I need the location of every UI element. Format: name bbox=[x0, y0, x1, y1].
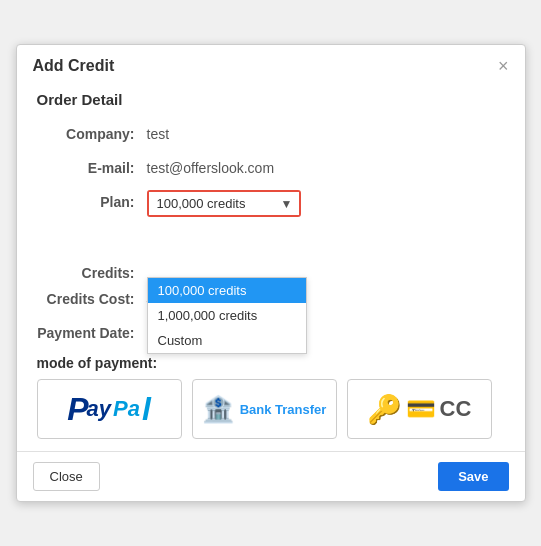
save-button[interactable]: Save bbox=[438, 462, 508, 491]
paypal-logo: P ay Pa l bbox=[67, 391, 151, 428]
section-title: Order Detail bbox=[37, 91, 505, 108]
modal-overlay: Add Credit × Order Detail Company: test … bbox=[0, 0, 541, 546]
plan-select[interactable]: 100,000 credits 1,000,000 credits Custom bbox=[149, 192, 299, 215]
paypal-l-icon: l bbox=[142, 391, 151, 428]
modal-header: Add Credit × bbox=[17, 45, 525, 83]
dropdown-option-1m[interactable]: 1,000,000 credits bbox=[148, 303, 306, 328]
plan-container: 100,000 credits 1,000,000 credits Custom… bbox=[147, 190, 301, 275]
email-value: test@offerslook.com bbox=[147, 156, 275, 176]
plan-dropdown-menu: 100,000 credits 1,000,000 credits Custom bbox=[147, 277, 307, 354]
dropdown-option-100k[interactable]: 100,000 credits bbox=[148, 278, 306, 303]
company-label: Company: bbox=[37, 122, 147, 142]
close-button[interactable]: Close bbox=[33, 462, 100, 491]
paypal-text: ay bbox=[87, 396, 111, 422]
bank-transfer-label: Bank Transfer bbox=[240, 402, 327, 417]
card-icon2: 💳 bbox=[406, 395, 436, 423]
bank-transfer-icon: 🏦 bbox=[202, 394, 234, 425]
payment-methods-container: P ay Pa l 🏦 Bank Transfer 🔑 bbox=[37, 379, 505, 439]
add-credit-modal: Add Credit × Order Detail Company: test … bbox=[16, 44, 526, 502]
paypal-payment-option[interactable]: P ay Pa l bbox=[37, 379, 182, 439]
email-label: E-mail: bbox=[37, 156, 147, 176]
credit-card-icon: 🔑 bbox=[367, 393, 402, 426]
paypal-pal-text: Pa bbox=[113, 396, 140, 422]
paypal-p-icon: P bbox=[67, 391, 88, 428]
company-value: test bbox=[147, 122, 170, 142]
modal-title: Add Credit bbox=[33, 57, 115, 75]
email-row: E-mail: test@offerslook.com bbox=[37, 156, 505, 176]
modal-footer: Close Save bbox=[17, 451, 525, 501]
mode-of-payment-label: mode of payment: bbox=[37, 355, 505, 371]
company-row: Company: test bbox=[37, 122, 505, 142]
plan-label: Plan: bbox=[37, 190, 147, 210]
payment-mode-section: mode of payment: P ay Pa l 🏦 bbox=[37, 355, 505, 439]
credits-label: Credits: bbox=[37, 261, 147, 281]
modal-close-button[interactable]: × bbox=[498, 57, 509, 75]
payment-date-label: Payment Date: bbox=[37, 321, 147, 341]
bank-transfer-payment-option[interactable]: 🏦 Bank Transfer bbox=[192, 379, 337, 439]
dropdown-option-custom[interactable]: Custom bbox=[148, 328, 306, 353]
credits-cost-label: Credits Cost: bbox=[37, 287, 147, 307]
other-payment-option[interactable]: 🔑 💳 CC bbox=[347, 379, 492, 439]
cc-text: CC bbox=[440, 396, 472, 422]
plan-select-wrapper[interactable]: 100,000 credits 1,000,000 credits Custom… bbox=[147, 190, 301, 217]
modal-body: Order Detail Company: test E-mail: test@… bbox=[17, 83, 525, 451]
